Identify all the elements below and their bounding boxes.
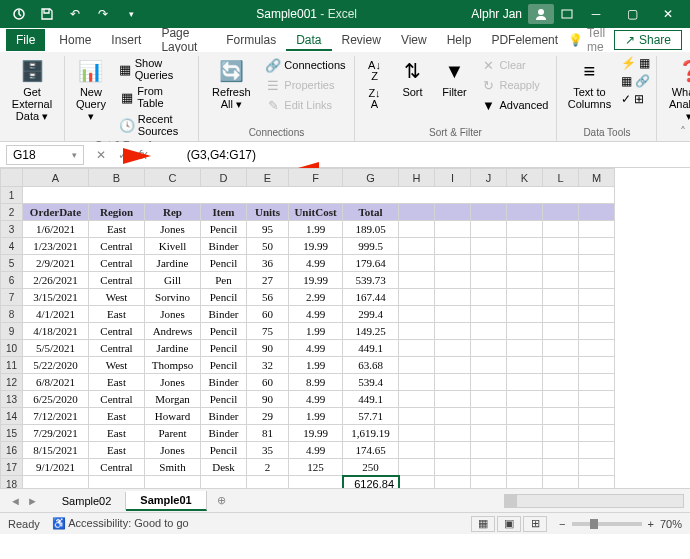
view-page-layout-icon[interactable]: ▣: [497, 516, 521, 532]
cell[interactable]: Smith: [145, 459, 201, 476]
cell[interactable]: [507, 425, 543, 442]
cell[interactable]: [471, 408, 507, 425]
new-query-button[interactable]: 📊New Query ▾: [71, 56, 111, 124]
close-button[interactable]: ✕: [650, 0, 686, 28]
cell[interactable]: [201, 476, 247, 489]
row-header[interactable]: 15: [1, 425, 23, 442]
column-header-E[interactable]: E: [247, 169, 289, 187]
cell[interactable]: [579, 306, 615, 323]
cell[interactable]: 179.64: [343, 255, 399, 272]
cell[interactable]: [399, 374, 435, 391]
cell[interactable]: 36: [247, 255, 289, 272]
cell[interactable]: 4.99: [289, 340, 343, 357]
tab-formulas[interactable]: Formulas: [216, 29, 286, 51]
data-model-icon[interactable]: ⊞: [634, 92, 644, 106]
row-header[interactable]: 12: [1, 374, 23, 391]
cell[interactable]: [579, 255, 615, 272]
table-header-cell[interactable]: Item: [201, 204, 247, 221]
cell[interactable]: 35: [247, 442, 289, 459]
cell[interactable]: 250: [343, 459, 399, 476]
cell[interactable]: 149.25: [343, 323, 399, 340]
cell[interactable]: [435, 391, 471, 408]
cell[interactable]: [435, 221, 471, 238]
cell[interactable]: [471, 391, 507, 408]
cell[interactable]: 449.1: [343, 391, 399, 408]
qat-dropdown-icon[interactable]: ▾: [120, 3, 142, 25]
cell[interactable]: 81: [247, 425, 289, 442]
column-header-A[interactable]: A: [23, 169, 89, 187]
cell[interactable]: [543, 442, 579, 459]
cell[interactable]: East: [89, 442, 145, 459]
cell[interactable]: 1.99: [289, 323, 343, 340]
row-header[interactable]: 4: [1, 238, 23, 255]
tab-home[interactable]: Home: [49, 29, 101, 51]
tab-data[interactable]: Data: [286, 29, 331, 51]
cell[interactable]: 3/15/2021: [23, 289, 89, 306]
cell[interactable]: [471, 289, 507, 306]
cell[interactable]: 4.99: [289, 255, 343, 272]
formula-input[interactable]: [151, 148, 291, 162]
cell[interactable]: 539.73: [343, 272, 399, 289]
cell[interactable]: [579, 272, 615, 289]
recent-sources-button[interactable]: 🕓Recent Sources: [117, 112, 193, 138]
cell[interactable]: 2/26/2021: [23, 272, 89, 289]
cell[interactable]: Central: [89, 391, 145, 408]
minimize-button[interactable]: ─: [578, 0, 614, 28]
cell[interactable]: [145, 476, 201, 489]
cell[interactable]: 6/8/2021: [23, 374, 89, 391]
cell[interactable]: [435, 323, 471, 340]
column-header-H[interactable]: H: [399, 169, 435, 187]
cell[interactable]: [399, 221, 435, 238]
cell[interactable]: [399, 442, 435, 459]
cell[interactable]: [435, 306, 471, 323]
cell[interactable]: Kivell: [145, 238, 201, 255]
zoom-slider[interactable]: [572, 522, 642, 526]
cell[interactable]: [23, 476, 89, 489]
column-header-K[interactable]: K: [507, 169, 543, 187]
cell[interactable]: [471, 442, 507, 459]
cell[interactable]: [579, 459, 615, 476]
cell[interactable]: Jones: [145, 221, 201, 238]
cell[interactable]: Central: [89, 272, 145, 289]
row-header[interactable]: 9: [1, 323, 23, 340]
cell[interactable]: Pencil: [201, 255, 247, 272]
cell[interactable]: [399, 476, 435, 489]
cell[interactable]: Jardine: [145, 255, 201, 272]
cell[interactable]: [399, 255, 435, 272]
user-avatar[interactable]: [528, 4, 554, 24]
cell[interactable]: Jones: [145, 374, 201, 391]
cell[interactable]: [507, 272, 543, 289]
name-box[interactable]: G18▾: [6, 145, 84, 165]
cell[interactable]: 90: [247, 340, 289, 357]
cell[interactable]: [289, 476, 343, 489]
cell[interactable]: Pencil: [201, 442, 247, 459]
cell[interactable]: Binder: [201, 238, 247, 255]
view-normal-icon[interactable]: ▦: [471, 516, 495, 532]
cell[interactable]: [579, 408, 615, 425]
cell[interactable]: [507, 238, 543, 255]
cell[interactable]: [471, 221, 507, 238]
tab-file[interactable]: File: [6, 29, 45, 51]
sheet-nav-prev-icon[interactable]: ◄: [10, 495, 21, 507]
cell[interactable]: 299.4: [343, 306, 399, 323]
cell[interactable]: [399, 323, 435, 340]
cell[interactable]: 60: [247, 374, 289, 391]
cell[interactable]: [507, 476, 543, 489]
properties-button[interactable]: ☰Properties: [263, 76, 347, 94]
cell[interactable]: Binder: [201, 306, 247, 323]
cell[interactable]: [435, 255, 471, 272]
cell[interactable]: [399, 238, 435, 255]
row-header[interactable]: 2: [1, 204, 23, 221]
cell[interactable]: [543, 476, 579, 489]
cell[interactable]: 167.44: [343, 289, 399, 306]
cell[interactable]: East: [89, 408, 145, 425]
reapply-button[interactable]: ↻Reapply: [479, 76, 551, 94]
redo-icon[interactable]: ↷: [92, 3, 114, 25]
cell[interactable]: [579, 323, 615, 340]
cell[interactable]: [399, 391, 435, 408]
cell[interactable]: Gill: [145, 272, 201, 289]
save-icon[interactable]: [36, 3, 58, 25]
cell[interactable]: [507, 340, 543, 357]
cell[interactable]: [579, 374, 615, 391]
cell[interactable]: Morgan: [145, 391, 201, 408]
